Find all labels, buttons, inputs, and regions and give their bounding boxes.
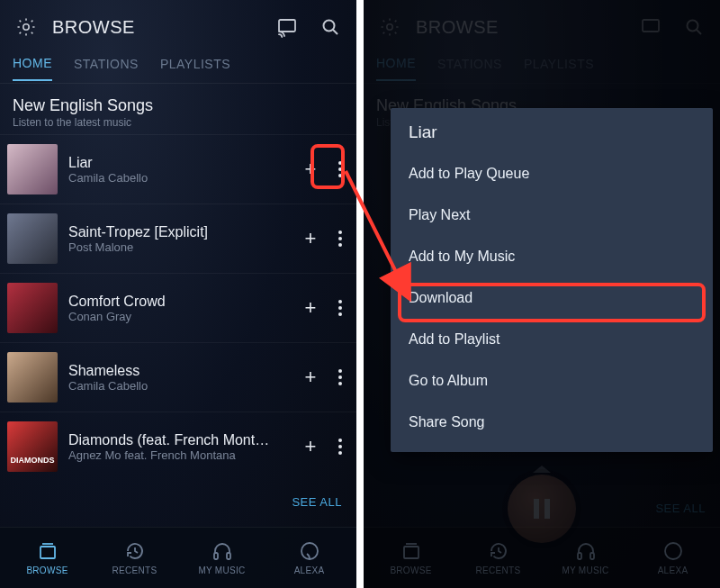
menu-add-to-playlist[interactable]: Add to Playlist (391, 319, 713, 360)
section-header: New English Songs Listen to the latest m… (0, 84, 356, 134)
tab-bar: HOME STATIONS PLAYLISTS (0, 54, 356, 83)
app-bar-title: BROWSE (52, 17, 135, 38)
song-row[interactable]: Liar Camila Cabello + (0, 134, 356, 204)
nav-label: RECENTS (112, 565, 158, 575)
album-art (7, 213, 58, 264)
song-title: Shameless (68, 363, 292, 379)
album-art (7, 352, 58, 403)
album-art (7, 144, 58, 194)
svg-point-2 (324, 21, 335, 32)
nav-label: MY MUSIC (198, 565, 245, 575)
svg-point-0 (23, 24, 29, 30)
song-artist: Agnez Mo feat. French Montana (68, 448, 292, 462)
song-row[interactable]: Shameless Camila Cabello + (0, 342, 356, 412)
song-artist: Post Malone (68, 240, 292, 254)
song-artist: Conan Gray (68, 310, 292, 323)
search-icon[interactable] (317, 14, 344, 41)
nav-browse[interactable]: BROWSE (21, 540, 75, 575)
bottom-nav: BROWSE RECENTS MY MUSIC ALEXA (0, 527, 356, 588)
song-title: Diamonds (feat. French Mont… (68, 432, 292, 448)
menu-share-song[interactable]: Share Song (391, 402, 713, 443)
more-vert-icon[interactable] (331, 364, 349, 391)
svg-rect-4 (214, 553, 218, 559)
add-button[interactable]: + (297, 156, 324, 183)
song-row[interactable]: Comfort Crowd Conan Gray + (0, 273, 356, 342)
section-title: New English Songs (13, 96, 344, 115)
svg-rect-5 (227, 553, 230, 559)
nav-label: BROWSE (26, 565, 68, 575)
song-row[interactable]: Saint-Tropez [Explicit] Post Malone + (0, 204, 356, 273)
see-all-link[interactable]: SEE ALL (292, 495, 342, 509)
album-art: DIAMONDS (7, 421, 58, 472)
menu-play-next[interactable]: Play Next (391, 194, 713, 236)
menu-download[interactable]: Download (391, 277, 713, 319)
phone-right: BROWSE HOME STATIONS PLAYLISTS New Engli… (364, 0, 720, 588)
cast-icon[interactable] (274, 14, 301, 41)
song-list: Liar Camila Cabello + Saint-Tropez [Expl… (0, 134, 356, 481)
context-menu: Liar Add to Play Queue Play Next Add to … (391, 108, 713, 452)
menu-add-to-play-queue[interactable]: Add to Play Queue (391, 153, 713, 194)
song-artist: Camila Cabello (68, 379, 292, 393)
section-subtitle: Listen to the latest music (13, 116, 344, 129)
app-bar: BROWSE (0, 0, 356, 54)
gear-icon[interactable] (13, 14, 40, 41)
alexa-ring-icon (299, 540, 320, 562)
svg-rect-3 (40, 547, 55, 558)
headphones-icon (212, 540, 233, 562)
more-vert-icon[interactable] (331, 294, 349, 321)
menu-add-to-my-music[interactable]: Add to My Music (391, 236, 713, 277)
context-menu-title: Liar (391, 122, 713, 153)
svg-rect-1 (279, 20, 295, 32)
add-button[interactable]: + (297, 433, 324, 460)
history-icon (124, 540, 146, 562)
menu-go-to-album[interactable]: Go to Album (391, 360, 713, 402)
song-title: Comfort Crowd (68, 294, 292, 310)
song-title: Liar (68, 155, 292, 171)
browse-icon (37, 540, 58, 562)
tab-stations[interactable]: STATIONS (74, 57, 139, 80)
nav-my-music[interactable]: MY MUSIC (195, 540, 249, 575)
more-vert-icon[interactable] (331, 433, 349, 460)
add-button[interactable]: + (297, 225, 324, 252)
nav-alexa[interactable]: ALEXA (283, 540, 337, 575)
tab-home[interactable]: HOME (13, 56, 52, 81)
phone-left: BROWSE HOME STATIONS PLAYLISTS New Engli… (0, 0, 356, 588)
album-art (7, 283, 58, 333)
add-button[interactable]: + (297, 294, 324, 321)
add-button[interactable]: + (297, 364, 324, 391)
more-vert-icon[interactable] (331, 156, 349, 183)
nav-label: ALEXA (294, 565, 325, 575)
song-artist: Camila Cabello (68, 171, 292, 185)
song-title: Saint-Tropez [Explicit] (68, 224, 292, 240)
nav-recents[interactable]: RECENTS (108, 540, 162, 575)
song-row[interactable]: DIAMONDS Diamonds (feat. French Mont… Ag… (0, 412, 356, 481)
tab-playlists[interactable]: PLAYLISTS (160, 57, 230, 80)
more-vert-icon[interactable] (331, 225, 349, 252)
